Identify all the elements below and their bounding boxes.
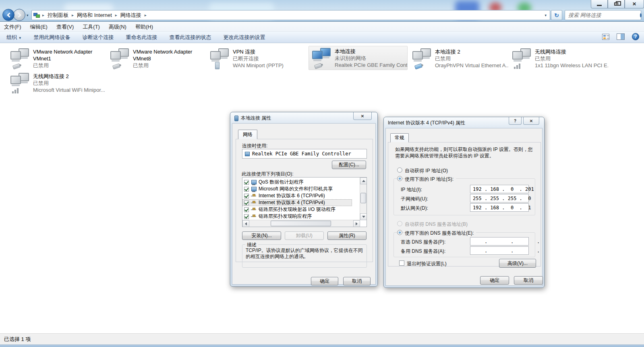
close-button[interactable]: ✕ (625, 0, 644, 8)
adapter-tile-vmnet1[interactable]: VMware Network Adapter VMnet1 已禁用 (7, 47, 106, 71)
list-item-lltd-mapper[interactable]: 链路层拓扑发现映射器 I/O 驱动程序 (242, 206, 352, 213)
ok-button[interactable]: 确定 (311, 277, 338, 285)
menu-help[interactable]: 帮助(H) (135, 23, 153, 31)
tcpip-properties-dialog: Internet 协议版本 4 (TCP/IPv4) 属性 ? ✕ 常规 如果网… (383, 117, 545, 288)
dialog-close-button[interactable]: ✕ (353, 112, 372, 120)
checkbox-checked[interactable] (244, 214, 249, 219)
adapter-status: 已禁用 (435, 55, 508, 62)
adapter-device: WAN Miniport (PPTP) (233, 62, 284, 69)
menu-tools[interactable]: 工具(T) (83, 23, 100, 31)
subnet-mask-label: 子网掩码(U): (401, 196, 428, 202)
scroll-thumb[interactable] (360, 193, 366, 203)
properties-button[interactable]: 属性(R) (327, 231, 367, 240)
adapter-device: Realtek PCIe GBE Family Contr... (335, 62, 407, 68)
uninstall-button[interactable]: 卸载(U) (285, 231, 324, 240)
ip-address-field[interactable]: 192 . 168 . 0 . 201 (470, 185, 529, 193)
view-status-button[interactable]: 查看此连接的状态 (170, 34, 211, 41)
adapter-tile-vmnet8[interactable]: VMware Network Adapter VMnet8 已禁用 (107, 47, 206, 71)
adapter-tile-vpn[interactable]: VPN 连接 已断开连接 WAN Miniport (PPTP) (207, 47, 306, 71)
disable-device-button[interactable]: 禁用此网络设备 (34, 34, 70, 41)
restore-button[interactable] (608, 0, 625, 8)
cancel-button[interactable]: 取消 (343, 277, 371, 285)
description-text: TCP/IP。该协议是默认的广域网络协议，它提供在不同的相互连接的网络上的通讯。 (246, 248, 363, 260)
checkbox-checked[interactable] (244, 187, 249, 192)
list-item-label: Microsoft 网络的文件和打印机共享 (259, 186, 333, 192)
back-button[interactable] (2, 9, 14, 21)
menu-file[interactable]: 文件(F) (4, 23, 21, 31)
adapter-name: 本地连接 (335, 48, 406, 55)
view-options-icon[interactable] (602, 34, 609, 40)
adapter-status: 已断开连接 (233, 55, 284, 62)
organize-dropdown-icon: ▼ (19, 36, 22, 40)
network-adapter-icon (311, 47, 333, 69)
restore-icon (614, 2, 618, 6)
back-icon (7, 12, 12, 18)
radio-manual-dns[interactable] (397, 230, 402, 235)
scroll-right-button[interactable] (353, 220, 360, 227)
scroll-thumb[interactable] (271, 221, 331, 226)
preview-pane-icon[interactable] (617, 33, 625, 40)
configure-button[interactable]: 配置(C)... (332, 161, 366, 169)
breadcrumb[interactable]: ▸ 控制面板 ▸ 网络和 Internet ▸ 网络连接 ▸ ▾ (31, 10, 550, 20)
advanced-button[interactable]: 高级(V)... (499, 259, 536, 268)
preferred-dns-field[interactable]: . . . (470, 237, 529, 246)
adapter-tile-local-connection-2[interactable]: 本地连接 2 已禁用 OrayPhVPN Virtual Ethernet A.… (409, 47, 508, 71)
vpn-device-icon (215, 62, 219, 69)
validate-settings-checkbox[interactable] (399, 260, 404, 266)
list-item-lltd-responder[interactable]: 链路层拓扑发现响应程序 (242, 213, 352, 220)
default-gateway-field[interactable]: 192 . 168 . 0 . 1 (470, 203, 529, 212)
breadcrumb-network-internet[interactable]: 网络和 Internet (75, 12, 114, 19)
dialog-close-button[interactable]: ✕ (523, 117, 539, 125)
list-item-ipv4[interactable]: Internet 协议版本 4 (TCP/IPv4) (242, 199, 352, 206)
radio-manual-dns-label: 使用下面的 DNS 服务器地址(E): (405, 230, 476, 237)
tab-network[interactable]: 网络 (238, 130, 257, 139)
preferred-dns-label: 首选 DNS 服务器(P): (401, 239, 445, 246)
ok-button[interactable]: 确定 (480, 276, 509, 285)
breadcrumb-network-connections[interactable]: 网络连接 (118, 12, 144, 19)
scroll-up-button[interactable] (360, 178, 367, 184)
scroll-left-button[interactable] (242, 220, 249, 227)
checkbox-checked[interactable] (244, 180, 249, 185)
change-settings-button[interactable]: 更改此连接的设置 (224, 34, 265, 41)
checkbox-checked[interactable] (244, 207, 249, 212)
menu-edit[interactable]: 编辑(E) (30, 23, 48, 31)
list-item-qos[interactable]: QoS 数据包计划程序 (242, 179, 352, 186)
organize-button[interactable]: 组织 ▼ (6, 34, 22, 41)
scroll-down-button[interactable] (360, 213, 367, 220)
cancel-button[interactable]: 取消 (514, 276, 543, 285)
adapter-tile-wireless[interactable]: 无线网络连接 已禁用 1x1 11bgn Wireless LAN PCI E.… (509, 47, 608, 71)
help-icon[interactable]: ? (632, 33, 639, 40)
refresh-button[interactable]: ↻ (551, 10, 562, 20)
radio-auto-dns[interactable] (397, 221, 402, 226)
adapter-tile-local-connection[interactable]: 本地连接 未识别的网络 Realtek PCIe GBE Family Cont… (309, 46, 408, 70)
checkbox-checked[interactable] (244, 200, 249, 205)
tab-general[interactable]: 常规 (390, 133, 409, 143)
checkbox-checked[interactable] (244, 194, 249, 198)
rename-connection-button[interactable]: 重命名此连接 (126, 34, 157, 41)
menu-advanced[interactable]: 高级(N) (109, 23, 126, 31)
minimize-button[interactable] (591, 0, 608, 8)
install-button[interactable]: 安装(N)... (242, 231, 281, 240)
alternate-dns-field[interactable]: . . . (470, 246, 529, 255)
diagnose-connection-button[interactable]: 诊断这个连接 (83, 34, 114, 41)
list-item-ipv6[interactable]: Internet 协议版本 6 (TCP/IPv6) (242, 192, 352, 199)
radio-auto-dns-label: 自动获得 DNS 服务器地址(B) (405, 221, 468, 228)
recent-pages-dropdown[interactable]: ▾ (27, 13, 29, 17)
alternate-dns-label: 备用 DNS 服务器(A): (401, 248, 445, 255)
breadcrumb-control-panel[interactable]: 控制面板 (45, 12, 71, 19)
dialog-title: 本地连接 属性 (234, 115, 271, 122)
search-input[interactable] (565, 12, 640, 18)
forward-button[interactable] (13, 9, 25, 21)
protocol-list: QoS 数据包计划程序 Microsoft 网络的文件和打印机共享 Intern… (242, 177, 367, 227)
dialog-help-button[interactable]: ? (509, 117, 522, 125)
radio-manual-ip[interactable] (397, 176, 402, 181)
address-dropdown-icon[interactable]: ▾ (545, 13, 547, 17)
vertical-scrollbar[interactable] (360, 178, 367, 220)
adapter-tile-wireless-2[interactable]: 无线网络连接 2 已禁用 Microsoft Virtual WiFi Mini… (7, 71, 106, 95)
list-item-label: Internet 协议版本 4 (TCP/IPv4) (259, 199, 325, 206)
radio-auto-ip[interactable] (397, 167, 402, 173)
horizontal-scrollbar[interactable] (242, 220, 360, 227)
list-item-file-sharing[interactable]: Microsoft 网络的文件和打印机共享 (242, 186, 352, 192)
subnet-mask-field[interactable]: 255 . 255 . 255 . 0 (470, 194, 529, 202)
menu-view[interactable]: 查看(V) (56, 23, 74, 31)
